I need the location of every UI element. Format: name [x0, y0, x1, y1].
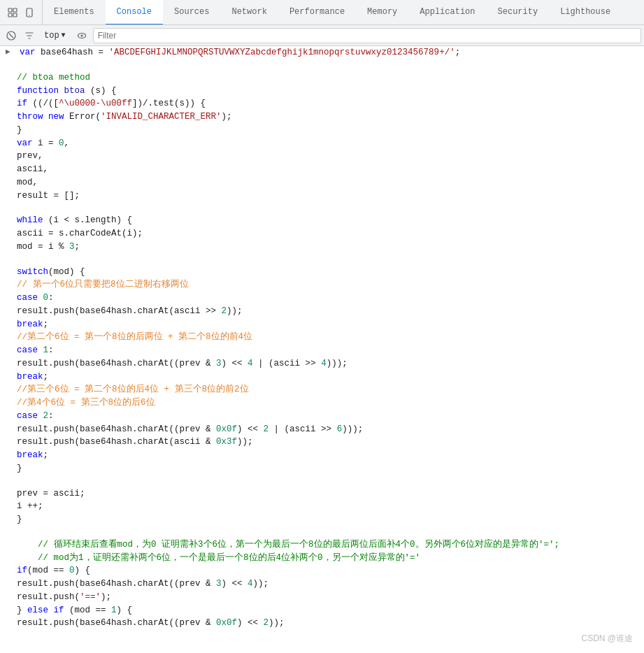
svg-rect-2 — [8, 13, 12, 17]
svg-rect-0 — [8, 8, 12, 12]
code-comment-case2a: //第三个6位 = 第二个8位的后4位 + 第三个8位的前2位 — [0, 383, 644, 396]
code-line-base64hash: ▶ var base64hash = 'ABCDEFGHIJKLMNOPQRST… — [0, 46, 644, 59]
context-label: top — [44, 31, 59, 41]
code-comment-case0: // 第一个6位只需要把8位二进制右移两位 — [0, 278, 644, 292]
expand-arrow[interactable]: ▶ — [6, 46, 17, 58]
tab-memory[interactable]: Memory — [356, 0, 408, 24]
svg-rect-1 — [13, 8, 17, 12]
code-push2b: result.push(base64hash.charAt(ascii & 0x… — [0, 436, 644, 449]
blank-3 — [0, 254, 644, 266]
eye-icon[interactable] — [75, 29, 89, 43]
code-if-mod0: if(mod == 0) { — [0, 564, 644, 577]
code-else-if-mod1: } else if (mod == 1) { — [0, 604, 644, 617]
code-close-switch: } — [0, 462, 644, 475]
code-long-comment2: // mod为1，证明还需补两个6位，一个是最后一个8位的后4位补两个0，另一个… — [0, 552, 644, 565]
code-i-inc: i ++; — [0, 500, 644, 513]
code-result: result = []; — [0, 189, 644, 203]
code-close-if: } — [0, 124, 644, 137]
blank-2 — [0, 202, 644, 214]
code-long-comment1: // 循环结束后查看mod，为0 证明需补3个6位，第一个为最后一个8位的最后两… — [0, 538, 644, 552]
code-throw: throw new Error('INVALID_CHARACTER_ERR')… — [0, 110, 644, 124]
code-comment-btoa: // btoa method — [0, 71, 644, 85]
watermark: CSDN @谁途 — [581, 633, 633, 645]
filter-icon[interactable] — [22, 29, 36, 43]
code-push-mod0a: result.push(base64hash.charAt((prev & 3)… — [0, 577, 644, 591]
blank-1 — [0, 59, 644, 71]
code-push-mod1a: result.push(base64hash.charAt((prev & 0x… — [0, 617, 644, 628]
code-comment-case2b: //第4个6位 = 第三个8位的后6位 — [0, 396, 644, 410]
tab-sources[interactable]: Sources — [163, 0, 220, 24]
svg-point-5 — [29, 15, 29, 15]
code-case1: case 1: — [0, 344, 644, 357]
tab-elements[interactable]: Elements — [43, 0, 106, 24]
filter-input[interactable] — [93, 28, 641, 43]
code-close-while: } — [0, 513, 644, 526]
code-var-decl: var i = 0, — [0, 137, 644, 150]
tab-security[interactable]: Security — [487, 0, 550, 24]
svg-point-9 — [80, 34, 83, 36]
blank-4 — [0, 475, 644, 487]
blank-5 — [0, 526, 644, 538]
code-push0: result.push(base64hash.charAt(ascii >> 2… — [0, 305, 644, 318]
code-break2: break; — [0, 449, 644, 462]
inspect-icon[interactable] — [6, 6, 20, 20]
code-text: var base64hash = 'ABCDEFGHIJKLMNOPQRSTUV… — [20, 46, 460, 59]
tab-application[interactable]: Application — [408, 0, 486, 24]
code-ascii: ascii, — [0, 163, 644, 176]
code-switch: switch(mod) { — [0, 266, 644, 279]
code-break0: break; — [0, 318, 644, 331]
code-ascii-assign: ascii = s.charCodeAt(i); — [0, 227, 644, 241]
tab-lighthouse[interactable]: Lighthouse — [549, 0, 622, 24]
tab-network[interactable]: Network — [220, 0, 278, 24]
code-func-def: function btoa (s) { — [0, 85, 644, 98]
code-case0: case 0: — [0, 292, 644, 305]
devtools-top-row: Elements Console Sources Network Perform… — [0, 0, 644, 25]
svg-rect-3 — [13, 13, 17, 17]
code-if: if ((/([^\u0000-\u00ff])/.test(s)) { — [0, 97, 644, 110]
code-prev-assign: prev = ascii; — [0, 487, 644, 501]
code-mod-assign: mod = i % 3; — [0, 241, 644, 254]
code-break1: break; — [0, 371, 644, 384]
context-selector[interactable]: top ▼ — [39, 29, 71, 43]
code-push1: result.push(base64hash.charAt((prev & 3)… — [0, 357, 644, 371]
clear-console-icon[interactable] — [4, 29, 18, 43]
mobile-icon[interactable] — [22, 6, 36, 20]
code-push-mod0b: result.push('=='); — [0, 591, 644, 604]
console-content: ▶ var base64hash = 'ABCDEFGHIJKLMNOPQRST… — [0, 46, 644, 628]
code-push2a: result.push(base64hash.charAt((prev & 0x… — [0, 423, 644, 436]
code-comment-case1: //第二个6位 = 第一个8位的后两位 + 第二个8位的前4位 — [0, 331, 644, 344]
code-mod: mod, — [0, 176, 644, 189]
tab-console[interactable]: Console — [106, 0, 163, 24]
code-case2: case 2: — [0, 410, 644, 423]
console-toolbar: top ▼ — [0, 25, 644, 46]
devtools-icon-group — [0, 0, 43, 24]
svg-line-7 — [9, 34, 13, 38]
code-prev: prev, — [0, 150, 644, 163]
context-dropdown-arrow: ▼ — [62, 31, 66, 39]
code-while: while (i < s.length) { — [0, 214, 644, 227]
tab-performance[interactable]: Performance — [278, 0, 356, 24]
